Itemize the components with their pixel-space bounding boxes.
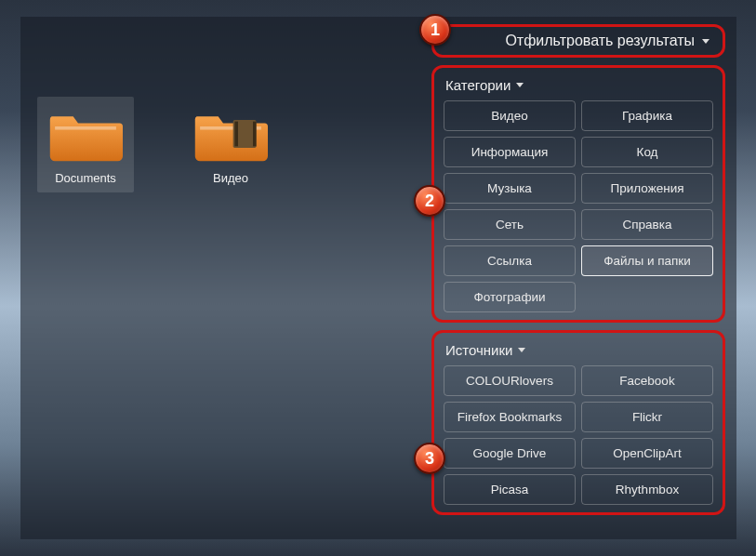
- categories-box: 2 Категории ВидеоГрафикаИнформацияКодМуз…: [431, 65, 725, 323]
- source-chip[interactable]: Firefox Bookmarks: [444, 402, 576, 432]
- svg-rect-4: [253, 122, 257, 147]
- file-label: Видео: [213, 171, 248, 185]
- source-chip[interactable]: Flickr: [581, 402, 713, 432]
- dash-frame: Documents Видео 1 Отфильтровать результа…: [20, 17, 736, 539]
- chevron-down-icon: [516, 83, 524, 87]
- categories-title: Категории: [445, 77, 511, 93]
- category-chip[interactable]: Файлы и папки: [581, 245, 713, 276]
- annotation-marker-1: 1: [419, 14, 451, 46]
- categories-grid: ВидеоГрафикаИнформацияКодМузыкаПриложени…: [444, 100, 713, 312]
- results-area: Documents Видео: [37, 97, 279, 192]
- source-chip[interactable]: COLOURlovers: [444, 365, 576, 396]
- category-chip[interactable]: Информация: [444, 137, 576, 167]
- category-chip[interactable]: Музыка: [444, 173, 576, 204]
- category-chip[interactable]: Код: [581, 137, 713, 167]
- annotation-marker-2: 2: [414, 185, 445, 217]
- file-item[interactable]: Видео: [182, 97, 279, 192]
- svg-rect-0: [55, 126, 116, 130]
- category-chip[interactable]: Фотографии: [444, 282, 576, 312]
- category-chip[interactable]: Приложения: [581, 173, 713, 204]
- sources-header[interactable]: Источники: [445, 342, 713, 358]
- file-label: Documents: [55, 171, 116, 185]
- source-chip[interactable]: Rhythmbox: [581, 474, 713, 505]
- source-chip[interactable]: OpenClipArt: [581, 438, 713, 469]
- category-chip[interactable]: Сеть: [444, 209, 576, 240]
- right-panel: 1 Отфильтровать результаты 2 Категории В…: [431, 24, 725, 515]
- svg-rect-3: [234, 122, 238, 147]
- filter-results-label: Отфильтровать результаты: [505, 33, 695, 49]
- sources-grid: COLOURloversFacebookFirefox BookmarksFli…: [444, 365, 713, 505]
- category-chip[interactable]: Графика: [581, 100, 713, 131]
- file-item[interactable]: Documents: [37, 97, 134, 192]
- category-chip[interactable]: Видео: [444, 100, 576, 131]
- sources-title: Источники: [445, 342, 512, 358]
- chevron-down-icon: [702, 39, 710, 44]
- annotation-marker-3: 3: [414, 443, 445, 474]
- category-chip[interactable]: Справка: [581, 209, 713, 240]
- category-chip[interactable]: Ссылка: [444, 245, 576, 276]
- source-chip[interactable]: Picasa: [444, 474, 576, 505]
- source-chip[interactable]: Facebook: [581, 365, 713, 396]
- source-chip[interactable]: Google Drive: [444, 438, 576, 469]
- filter-results-box: 1 Отфильтровать результаты: [431, 24, 725, 58]
- sources-box: 3 Источники COLOURloversFacebookFirefox …: [431, 330, 725, 515]
- categories-header[interactable]: Категории: [445, 77, 713, 93]
- filter-results-dropdown[interactable]: Отфильтровать результаты: [447, 33, 710, 49]
- chevron-down-icon: [518, 348, 525, 352]
